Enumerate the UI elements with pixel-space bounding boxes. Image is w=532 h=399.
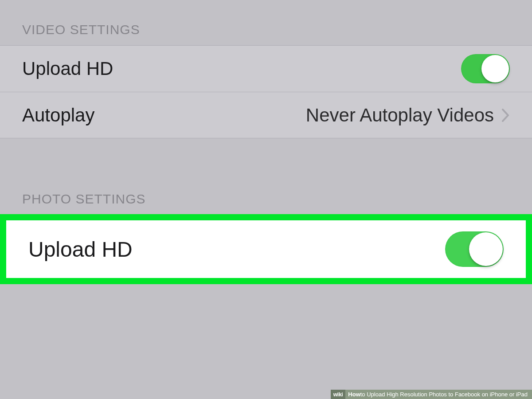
autoplay-row[interactable]: Autoplay Never Autoplay Videos [0, 92, 532, 138]
photo-settings-header: PHOTO SETTINGS [0, 138, 532, 215]
autoplay-value: Never Autoplay Videos [306, 105, 494, 126]
photo-upload-hd-toggle[interactable] [445, 231, 504, 267]
caption-bar: wiki How to Upload High Resolution Photo… [331, 390, 532, 399]
autoplay-right: Never Autoplay Videos [306, 105, 510, 126]
photo-upload-hd-highlight: Upload HD [0, 214, 532, 284]
video-upload-hd-row[interactable]: Upload HD [0, 46, 532, 92]
photo-upload-hd-label: Upload HD [28, 237, 133, 262]
video-upload-hd-toggle[interactable] [461, 54, 510, 83]
video-settings-group: Upload HD Autoplay Never Autoplay Videos [0, 45, 532, 138]
brand-suffix: How [348, 391, 360, 398]
chevron-right-icon [502, 109, 510, 122]
video-settings-header: VIDEO SETTINGS [0, 0, 532, 45]
toggle-knob [481, 55, 509, 82]
photo-upload-hd-row[interactable]: Upload HD [6, 220, 526, 278]
video-upload-hd-label: Upload HD [22, 58, 113, 79]
toggle-knob [469, 232, 503, 266]
caption-text: to Upload High Resolution Photos to Face… [360, 391, 528, 398]
brand-prefix: wiki [331, 390, 345, 399]
autoplay-label: Autoplay [22, 105, 94, 126]
